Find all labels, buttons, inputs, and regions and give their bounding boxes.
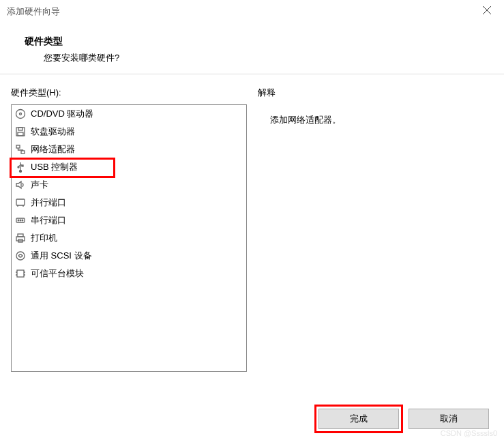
svg-point-16 [18,220,19,221]
svg-rect-7 [16,145,20,148]
svg-rect-5 [18,128,23,130]
network-icon [14,143,27,156]
list-item-label: 软盘驱动器 [31,124,75,139]
list-item-scsi[interactable]: 通用 SCSI 设备 [12,247,246,265]
svg-rect-12 [16,199,25,205]
svg-rect-6 [18,132,23,136]
svg-rect-8 [21,151,25,153]
list-item-floppy[interactable]: 软盘驱动器 [12,123,246,141]
cancel-button[interactable]: 取消 [409,409,489,429]
hardware-type-list[interactable]: CD/DVD 驱动器 软盘驱动器 网络适配器 USB 控制器 声卡 并行端口 [11,104,247,372]
serial-port-icon [14,214,27,226]
svg-point-18 [22,220,23,221]
list-item-label: 通用 SCSI 设备 [31,248,92,263]
hardware-type-label: 硬件类型(H): [11,87,247,99]
usb-icon [14,161,27,173]
list-item-label: CD/DVD 驱动器 [31,106,93,121]
sound-icon [14,179,27,191]
wizard-header: 硬件类型 您要安装哪类硬件? [0,23,504,74]
close-button[interactable] [479,5,494,18]
list-item-label: 声卡 [31,177,48,192]
header-subheading: 您要安装哪类硬件? [25,52,504,64]
window-title: 添加硬件向导 [7,5,60,18]
list-item-label: 并行端口 [31,195,66,210]
list-item-usb[interactable]: USB 控制器 [12,158,246,176]
watermark: CSDN @Ssssls0 [441,429,497,437]
list-item-printer[interactable]: 打印机 [12,229,246,247]
explanation-section: 解释 添加网络适配器。 [258,87,493,372]
disc-icon [14,108,27,120]
hardware-type-section: 硬件类型(H): CD/DVD 驱动器 软盘驱动器 网络适配器 USB 控制器 … [11,87,247,372]
svg-point-9 [20,171,22,173]
floppy-icon [14,126,27,138]
explanation-label: 解释 [258,87,493,99]
list-item-serial[interactable]: 串行端口 [12,211,246,229]
svg-point-2 [16,110,25,119]
button-row: 完成 取消 [318,409,489,429]
svg-rect-20 [16,237,25,241]
svg-point-10 [18,166,19,168]
list-item-label: 网络适配器 [31,142,75,157]
finish-button[interactable]: 完成 [318,409,399,429]
parallel-port-icon [14,196,27,209]
tpm-icon [14,267,27,280]
close-icon [482,5,492,15]
list-item-label: 打印机 [31,231,57,246]
svg-rect-23 [17,270,24,277]
scsi-icon [14,250,27,262]
svg-point-22 [16,252,25,260]
list-item-label: 可信平台模块 [31,266,84,281]
list-item-cddvd[interactable]: CD/DVD 驱动器 [12,105,246,123]
printer-icon [14,232,27,244]
content-area: 硬件类型(H): CD/DVD 驱动器 软盘驱动器 网络适配器 USB 控制器 … [0,74,504,372]
svg-point-17 [20,220,21,221]
list-item-parallel[interactable]: 并行端口 [12,194,246,211]
list-item-network[interactable]: 网络适配器 [12,141,246,158]
list-item-label: USB 控制器 [31,160,78,175]
list-item-tpm[interactable]: 可信平台模块 [12,265,246,282]
titlebar: 添加硬件向导 [0,0,504,23]
header-heading: 硬件类型 [25,35,504,48]
list-item-sound[interactable]: 声卡 [12,176,246,194]
explanation-text: 添加网络适配器。 [258,104,493,372]
svg-point-3 [20,113,22,115]
list-item-label: 串行端口 [31,213,66,228]
